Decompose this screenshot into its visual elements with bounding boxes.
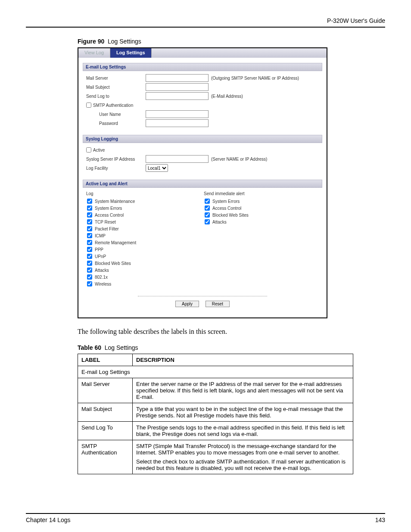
section-active-log: Active Log and Alert: [83, 180, 322, 188]
alert-item-checkbox[interactable]: [205, 212, 210, 218]
alert-item-checkbox[interactable]: [205, 205, 210, 211]
table-label: Table 60: [78, 344, 101, 351]
alert-column: Send immediate alert System ErrorsAccess…: [204, 190, 321, 287]
log-item: Remote Management: [86, 239, 204, 246]
tab-bar: View Log Log Settings: [78, 48, 327, 58]
log-item-checkbox[interactable]: [87, 274, 92, 280]
password-input[interactable]: [146, 119, 209, 127]
log-facility-select[interactable]: Local1: [146, 164, 168, 172]
alert-item: System Errors: [204, 198, 321, 205]
log-item-label: TCP Reset: [95, 220, 116, 224]
user-name-input[interactable]: [146, 110, 209, 118]
log-item-label: Blocked Web Sites: [95, 261, 131, 266]
alert-item-label: Attacks: [212, 220, 227, 224]
table-row: E-mail Log Settings: [78, 366, 353, 378]
log-item: System Maintenance: [86, 198, 204, 205]
log-item-checkbox[interactable]: [87, 212, 92, 218]
alert-item-label: Blocked Web Sites: [212, 213, 249, 218]
label-syslog-server-ip: Syslog Server IP Address: [86, 157, 146, 162]
table-label-cell: SMTP Authentication: [78, 440, 133, 474]
label-password: Password: [86, 121, 146, 126]
hint-send-log-to: (E-Mail Address): [211, 94, 243, 99]
log-item-label: PPP: [95, 247, 103, 252]
log-item-label: System Errors: [95, 206, 122, 211]
hint-mail-server: (Outgoing SMTP Server NAME or IP Address…: [211, 76, 299, 81]
alert-item: Attacks: [204, 218, 321, 225]
section-syslog: Syslog Logging: [83, 135, 322, 143]
log-item: Packet Filter: [86, 225, 204, 232]
log-item-checkbox[interactable]: [87, 226, 92, 231]
table-desc-cell: The Prestige sends logs to the e-mail ad…: [133, 422, 353, 440]
log-item: Attacks: [86, 267, 204, 274]
alert-column-header: Send immediate alert: [204, 191, 321, 196]
table-desc-cell: Type a title that you want to be in the …: [133, 403, 353, 422]
apply-button[interactable]: Apply: [175, 301, 199, 307]
table-row: Mail ServerEnter the server name or the …: [78, 378, 353, 403]
tab-view-log[interactable]: View Log: [78, 48, 110, 58]
log-column-header: Log: [86, 191, 204, 196]
log-item: 802.1x: [86, 274, 204, 280]
syslog-server-ip-input[interactable]: [146, 155, 209, 163]
log-item-label: 802.1x: [95, 275, 108, 280]
log-item-label: Access Control: [95, 213, 124, 218]
alert-item-label: System Errors: [212, 199, 240, 204]
log-item-checkbox[interactable]: [87, 254, 92, 259]
table-caption: Table 60 Log Settings: [78, 344, 385, 351]
footer-rule: [26, 513, 385, 514]
log-item: Access Control: [86, 212, 204, 218]
label-syslog-active: Active: [93, 148, 105, 152]
log-item-label: System Maintenance: [95, 199, 135, 204]
log-item: Blocked Web Sites: [86, 260, 204, 267]
th-label: LABEL: [78, 354, 133, 366]
figure-title: Log Settings: [108, 38, 141, 45]
log-item-checkbox[interactable]: [87, 247, 92, 252]
log-item: Wireless: [86, 280, 204, 287]
alert-item: Blocked Web Sites: [204, 212, 321, 218]
reset-button[interactable]: Reset: [206, 301, 230, 307]
label-send-log-to: Send Log to: [86, 94, 146, 99]
guide-title: P-320W User's Guide: [26, 17, 385, 27]
log-item-checkbox[interactable]: [87, 199, 92, 204]
log-item-checkbox[interactable]: [87, 240, 92, 245]
syslog-active-checkbox[interactable]: [86, 147, 91, 152]
table-label-cell: Mail Subject: [78, 403, 133, 422]
log-item: UPnP: [86, 253, 204, 260]
table-row: SMTP AuthenticationSMTP (Simple Mail Tra…: [78, 440, 353, 474]
alert-item-label: Access Control: [212, 206, 241, 211]
label-smtp-auth: SMTP Authentication: [93, 103, 133, 108]
smtp-auth-checkbox[interactable]: [86, 103, 91, 108]
log-item-label: UPnP: [95, 254, 106, 259]
footer: Chapter 14 Logs 143: [26, 516, 385, 523]
table-desc-cell: SMTP (Simple Mail Transfer Protocol) is …: [133, 440, 353, 474]
log-item-label: Wireless: [95, 282, 111, 286]
table-label-cell: Send Log To: [78, 422, 133, 440]
table-label-cell: Mail Server: [78, 378, 133, 403]
log-item-checkbox[interactable]: [87, 261, 92, 266]
log-item-checkbox[interactable]: [87, 233, 92, 238]
log-item: System Errors: [86, 205, 204, 212]
log-item-checkbox[interactable]: [87, 281, 92, 286]
section-email-log: E-mail Log Settings: [83, 63, 322, 71]
label-log-facility: Log Facility: [86, 166, 146, 171]
body-paragraph: The following table describes the labels…: [78, 328, 385, 336]
footer-chapter: Chapter 14 Logs: [26, 516, 71, 523]
tab-log-settings[interactable]: Log Settings: [110, 48, 152, 58]
table-row: Send Log ToThe Prestige sends logs to th…: [78, 422, 353, 440]
send-log-to-input[interactable]: [146, 92, 209, 100]
table-span-cell: E-mail Log Settings: [78, 366, 353, 378]
log-item-label: Attacks: [95, 268, 109, 273]
log-item-checkbox[interactable]: [87, 205, 92, 211]
log-column: Log System MaintenanceSystem ErrorsAcces…: [86, 190, 204, 287]
alert-item-checkbox[interactable]: [205, 219, 210, 224]
mail-subject-input[interactable]: [146, 83, 209, 91]
mail-server-input[interactable]: [146, 74, 209, 82]
log-item-checkbox[interactable]: [87, 219, 92, 224]
log-item-checkbox[interactable]: [87, 268, 92, 273]
log-settings-screenshot: View Log Log Settings E-mail Log Setting…: [78, 47, 327, 318]
header-rule: [26, 27, 385, 28]
alert-item-checkbox[interactable]: [205, 199, 210, 204]
th-description: DESCRIPTION: [133, 354, 353, 366]
hint-syslog-server-ip: (Server NAME or IP Address): [211, 157, 267, 162]
footer-page-number: 143: [375, 516, 385, 523]
label-user-name: User Name: [86, 112, 146, 117]
